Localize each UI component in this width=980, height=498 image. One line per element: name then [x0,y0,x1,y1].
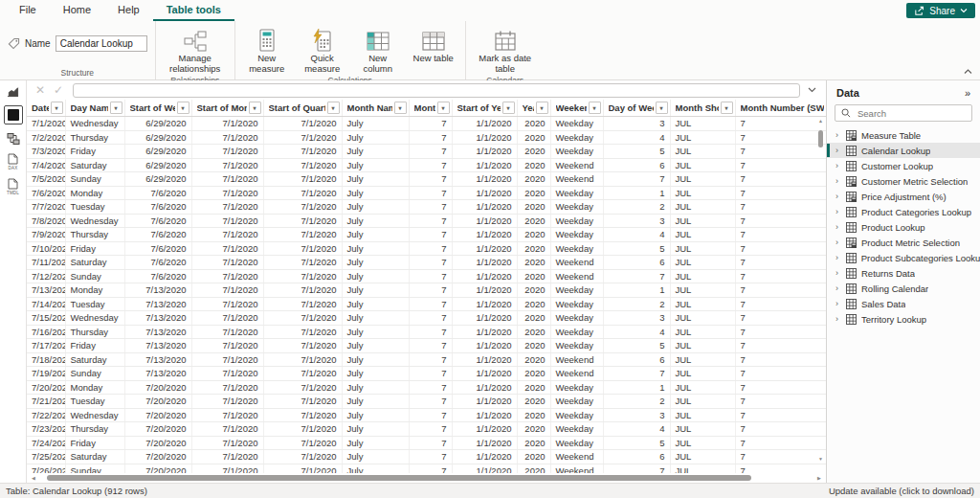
search-box[interactable] [835,104,972,122]
cell-start-of-month[interactable]: 7/1/2020 [191,352,263,367]
cell-start-of-week[interactable]: 7/13/2020 [124,339,191,353]
cell-start-of-month[interactable]: 7/1/2020 [191,283,263,298]
cell-month-name[interactable]: July [342,436,409,450]
cell-start-of-quarter[interactable]: 7/1/2020 [263,186,342,200]
cell-month-number-switch[interactable]: 7 [735,311,826,326]
cell-month-short[interactable]: JUL [670,380,735,395]
cell-weekend[interactable]: Weekday [550,297,603,311]
cell-weekend[interactable]: Weekday [550,283,603,298]
field-item-rolling-calendar[interactable]: ›Rolling Calendar [827,281,980,296]
cell-month[interactable]: 7 [409,297,452,311]
dax-query-view-button[interactable]: DAX [3,153,24,170]
cell-day-of-week[interactable]: 4 [603,228,670,242]
cell-year[interactable]: 2020 [517,325,550,339]
model-view-button[interactable] [3,132,24,146]
cell-start-of-year[interactable]: 1/1/2020 [452,117,517,131]
cell-year[interactable]: 2020 [517,256,550,270]
cell-start-of-quarter[interactable]: 7/1/2020 [263,297,342,311]
cell-date[interactable]: 7/1/2020 [27,117,65,131]
cell-month[interactable]: 7 [409,269,452,283]
column-filter-dropdown[interactable]: ▾ [721,102,733,114]
cell-start-of-month[interactable]: 7/1/2020 [191,158,263,172]
cell-year[interactable]: 2020 [517,339,550,353]
cell-year[interactable]: 2020 [517,436,550,450]
cell-start-of-quarter[interactable]: 7/1/2020 [263,200,342,215]
cell-day-name[interactable]: Wednesday [65,408,124,422]
cell-month-name[interactable]: July [342,352,409,367]
cell-day-name[interactable]: Friday [65,145,124,159]
cell-start-of-quarter[interactable]: 7/1/2020 [263,352,342,367]
horizontal-scroll-track[interactable] [39,474,813,482]
cell-date[interactable]: 7/26/2020 [27,464,65,473]
cell-day-of-week[interactable]: 5 [603,339,670,353]
tab-file[interactable]: File [6,0,50,21]
vertical-scroll-thumb[interactable] [818,130,823,147]
cell-start-of-month[interactable]: 7/1/2020 [191,186,263,200]
cell-year[interactable]: 2020 [517,352,550,367]
formula-expand-chevron-down-icon[interactable] [803,87,820,93]
cell-month-number-switch[interactable]: 7 [735,422,826,437]
cell-start-of-month[interactable]: 7/1/2020 [191,214,263,228]
cell-day-name[interactable]: Friday [65,241,124,256]
cell-weekend[interactable]: Weekday [550,436,603,450]
cell-weekend[interactable]: Weekend [550,464,603,473]
cell-day-of-week[interactable]: 4 [603,422,670,437]
formula-input[interactable] [73,83,800,98]
cell-month-number-switch[interactable]: 7 [735,269,826,283]
cell-month[interactable]: 7 [409,241,452,256]
cell-start-of-year[interactable]: 1/1/2020 [452,352,517,367]
cell-start-of-week[interactable]: 7/20/2020 [124,395,191,409]
expand-chevron-icon[interactable]: › [835,311,841,327]
cell-start-of-quarter[interactable]: 7/1/2020 [263,325,342,339]
cell-month-number-switch[interactable]: 7 [735,130,826,145]
column-header-month[interactable]: Month▾ [409,100,452,117]
cell-day-of-week[interactable]: 5 [603,241,670,256]
cell-start-of-week[interactable]: 7/20/2020 [124,380,191,395]
cell-start-of-month[interactable]: 7/1/2020 [191,464,263,473]
cell-start-of-quarter[interactable]: 7/1/2020 [263,130,342,145]
cell-month-short[interactable]: JUL [670,186,735,200]
cell-month-number-switch[interactable]: 7 [735,436,826,450]
cell-start-of-month[interactable]: 7/1/2020 [191,422,263,437]
cell-month[interactable]: 7 [409,283,452,298]
cell-month[interactable]: 7 [409,145,452,159]
cell-month-short[interactable]: JUL [670,145,735,159]
cell-month-short[interactable]: JUL [670,283,735,298]
column-filter-dropdown[interactable]: ▾ [394,102,407,114]
cell-month-name[interactable]: July [342,464,409,473]
cell-start-of-week[interactable]: 7/6/2020 [124,200,191,215]
cell-month-name[interactable]: July [342,325,409,339]
cell-month-short[interactable]: JUL [670,352,735,367]
cell-day-of-week[interactable]: 3 [603,311,670,326]
cell-day-of-week[interactable]: 2 [603,297,670,311]
cell-start-of-quarter[interactable]: 7/1/2020 [263,367,342,381]
cell-start-of-year[interactable]: 1/1/2020 [452,186,517,200]
table-name-input[interactable] [56,35,147,52]
cell-month-number-switch[interactable]: 7 [735,367,826,381]
cell-day-of-week[interactable]: 3 [603,117,670,131]
cell-date[interactable]: 7/2/2020 [27,130,65,145]
field-item-product-lookup[interactable]: ›Product Lookup [827,219,980,235]
cell-start-of-year[interactable]: 1/1/2020 [452,380,517,395]
expand-chevron-icon[interactable]: › [835,204,841,219]
cell-date[interactable]: 7/16/2020 [27,325,65,339]
cell-start-of-quarter[interactable]: 7/1/2020 [263,214,342,228]
cell-weekend[interactable]: Weekend [550,450,603,464]
cell-month-number-switch[interactable]: 7 [735,200,826,215]
cell-day-of-week[interactable]: 2 [603,200,670,215]
cell-month[interactable]: 7 [409,450,452,464]
cell-weekend[interactable]: Weekend [550,172,603,187]
column-filter-dropdown[interactable]: ▾ [249,102,261,114]
cell-month-short[interactable]: JUL [670,395,735,409]
cell-start-of-week[interactable]: 7/13/2020 [124,367,191,381]
cell-start-of-month[interactable]: 7/1/2020 [191,297,263,311]
cell-day-name[interactable]: Tuesday [65,395,124,409]
cell-start-of-week[interactable]: 6/29/2020 [124,117,191,131]
expand-chevron-icon[interactable]: › [835,158,841,173]
horizontal-scrollbar[interactable]: ◀ ▶ [27,473,826,483]
cell-day-name[interactable]: Friday [65,339,124,353]
tab-home[interactable]: Home [50,0,104,21]
cell-month-short[interactable]: JUL [670,325,735,339]
cell-date[interactable]: 7/22/2020 [27,408,65,422]
column-header-start-of-quarter[interactable]: Start of Quarter▾ [263,100,342,117]
